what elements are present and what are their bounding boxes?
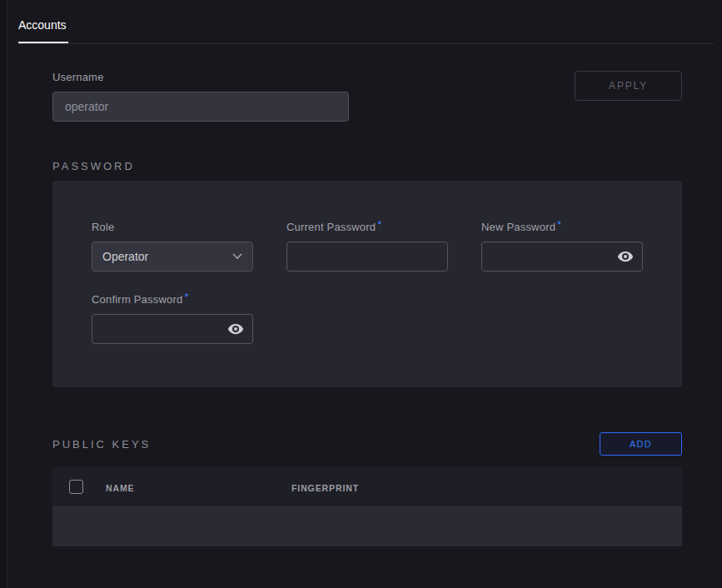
current-password-wrap [286,242,448,272]
required-marker: * [557,218,561,231]
new-password-label-text: New Password [481,221,555,233]
confirm-password-label: Confirm Password* [92,293,253,306]
username-input[interactable] [52,92,349,122]
public-keys-table: NAME FINGERPRINT [52,467,682,546]
current-password-input[interactable] [286,242,448,272]
current-password-label-text: Current Password [286,221,376,233]
username-label: Username [52,71,349,83]
name-column-header: NAME [106,483,135,493]
required-marker: * [377,218,381,231]
fingerprint-column-header-cell: FINGERPRINT [291,480,359,495]
new-password-label: New Password* [481,221,643,233]
fingerprint-column-header: FINGERPRINT [291,483,359,493]
new-password-field-group: New Password* [481,221,643,272]
eye-icon[interactable] [227,323,244,335]
password-panel: Role Operator Current Password* [52,181,682,387]
sidebar-edge [0,0,7,588]
required-marker: * [184,291,188,303]
username-field-group: Username [52,71,349,122]
table-header-row: NAME FINGERPRINT [52,467,682,507]
grid-spacer [481,293,643,344]
role-field-group: Role Operator [92,221,253,272]
public-keys-section-title: PUBLIC KEYS [52,438,151,451]
select-all-checkbox[interactable] [69,480,83,494]
role-selected-value: Operator [102,250,148,263]
confirm-password-wrap [92,314,253,344]
accounts-settings-page: Accounts Username APPLY PASSWORD Role Op… [0,0,722,588]
confirm-password-field-group: Confirm Password* [92,293,253,344]
tab-accounts[interactable]: Accounts [18,13,68,43]
add-public-key-button[interactable]: ADD [600,432,682,456]
new-password-wrap [481,242,643,272]
role-select[interactable]: Operator [92,242,253,272]
password-section-title: PASSWORD [52,160,682,172]
tab-bar: Accounts [18,13,714,44]
current-password-field-group: Current Password* [286,221,448,272]
chevron-down-icon [232,253,242,260]
grid-spacer [286,293,448,344]
eye-icon[interactable] [617,251,634,262]
apply-button[interactable]: APPLY [575,71,682,101]
main-content: Username APPLY PASSWORD Role Operator [52,71,682,546]
role-label: Role [92,221,253,233]
username-row: Username APPLY [52,71,682,122]
confirm-password-label-text: Confirm Password [92,293,182,306]
current-password-label: Current Password* [286,221,448,233]
name-column-header-cell: NAME [106,480,291,495]
select-all-cell [52,480,106,494]
password-grid: Role Operator Current Password* [92,221,643,344]
empty-table-row [52,507,682,546]
public-keys-header: PUBLIC KEYS ADD [52,432,682,456]
